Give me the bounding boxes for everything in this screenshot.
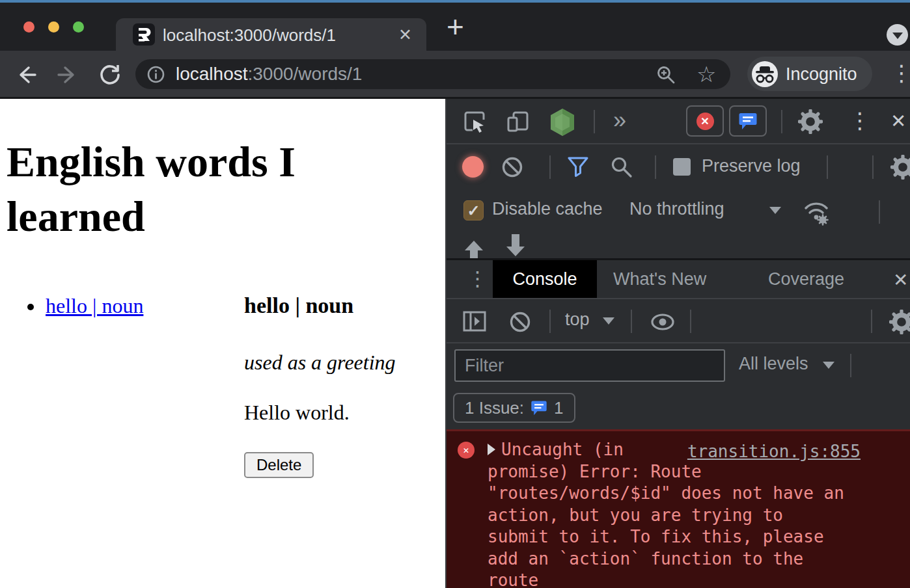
error-text[interactable]: Uncaught (in promise) Error: Route "rout…: [488, 439, 865, 588]
error-icon: ✕: [458, 442, 475, 459]
tab-search-button[interactable]: [887, 24, 908, 46]
drawer-menu-icon[interactable]: ⋮: [467, 268, 488, 290]
divider: [781, 110, 782, 133]
error-line: route: [488, 570, 865, 588]
network-toolbar: Preserve log: [447, 144, 910, 190]
tab-strip: localhost:3000/words/1 ✕ +: [0, 3, 910, 51]
new-tab-button[interactable]: +: [447, 13, 464, 40]
word-link[interactable]: hello | noun: [46, 294, 143, 317]
drawer-close-icon[interactable]: ✕: [893, 269, 908, 291]
browser-menu-icon[interactable]: ⋮: [890, 62, 910, 84]
url-path: :3000/words/1: [248, 64, 363, 84]
divider: [879, 200, 880, 224]
network-conditions-row: ✓ Disable cache No throttling: [447, 190, 910, 234]
devtools-close-icon[interactable]: ✕: [890, 110, 906, 132]
network-settings-gear-icon[interactable]: [890, 155, 910, 180]
chevron-down-icon: [892, 33, 903, 39]
filter-funnel-icon[interactable]: [566, 156, 590, 178]
issues-badge[interactable]: [729, 105, 767, 137]
clear-console-icon[interactable]: [509, 311, 531, 333]
forward-icon[interactable]: [56, 63, 79, 87]
issues-label: 1 Issue:: [465, 398, 524, 418]
divider: [690, 310, 691, 333]
preserve-log-checkbox[interactable]: [673, 158, 691, 176]
network-conditions-icon[interactable]: [802, 198, 831, 226]
tab-whats-new[interactable]: What's New: [613, 269, 706, 289]
divider: [631, 310, 632, 333]
address-bar[interactable]: localhost:3000/words/1 ☆: [135, 59, 730, 89]
url-text: localhost:3000/words/1: [176, 64, 362, 85]
record-icon[interactable]: [462, 156, 484, 178]
search-icon[interactable]: [611, 156, 633, 178]
delete-button[interactable]: Delete: [244, 452, 314, 478]
console-settings-gear-icon[interactable]: [889, 310, 910, 334]
console-filter-row: All levels: [447, 343, 910, 388]
error-line: action, but you are trying to: [488, 505, 865, 527]
remix-logo-icon: [133, 23, 155, 46]
expand-triangle-icon[interactable]: [488, 444, 495, 455]
more-tabs-icon[interactable]: »: [613, 107, 626, 134]
error-line: promise) Error: Route: [488, 461, 865, 483]
traffic-light-close[interactable]: [23, 21, 34, 33]
divider: [850, 354, 851, 377]
import-har-icon[interactable]: [462, 239, 486, 258]
error-badge-icon: ✕: [696, 113, 714, 130]
error-line: add an `action` function to the: [488, 548, 865, 570]
console-toolbar: top: [447, 299, 910, 343]
zoom-icon[interactable]: [656, 65, 676, 85]
throttling-select[interactable]: No throttling: [629, 199, 724, 219]
context-selector[interactable]: top: [565, 310, 590, 330]
levels-dropdown-icon[interactable]: [823, 362, 834, 369]
tab-close-icon[interactable]: ✕: [398, 25, 412, 44]
clear-icon[interactable]: [501, 156, 523, 178]
list-item: hello | noun: [44, 294, 143, 318]
tab-console[interactable]: Console: [493, 260, 597, 298]
inspect-icon[interactable]: [463, 110, 487, 133]
export-har-icon[interactable]: [504, 234, 527, 258]
traffic-light-zoom[interactable]: [73, 21, 84, 33]
browser-toolbar: localhost:3000/words/1 ☆ Incognito ⋮: [0, 51, 910, 99]
page-title: English words I learned: [7, 135, 410, 244]
word-list: hello | noun: [44, 294, 143, 318]
divider: [871, 310, 872, 333]
issues-chat-icon: [531, 399, 547, 416]
settings-gear-icon[interactable]: [798, 109, 823, 134]
bookmark-star-icon[interactable]: ☆: [696, 61, 716, 87]
console-error-message: ✕ transition.js:855 Uncaught (in promise…: [447, 429, 910, 588]
issues-counter[interactable]: 1 Issue: 1: [453, 393, 575, 423]
error-count-badge[interactable]: ✕: [686, 105, 724, 137]
browser-tab[interactable]: localhost:3000/words/1 ✕: [116, 18, 426, 51]
devtools-main-toolbar: » ✕: [447, 99, 910, 144]
back-icon[interactable]: [14, 63, 38, 87]
preserve-log-label[interactable]: Preserve log: [702, 156, 801, 176]
word-example: Hello world.: [244, 401, 350, 425]
console-issue-row: 1 Issue: 1: [447, 388, 910, 429]
disable-cache-checkbox[interactable]: ✓: [463, 200, 484, 220]
divider: [872, 155, 874, 179]
console-filter-input[interactable]: [454, 349, 725, 382]
tab-console-label: Console: [512, 269, 577, 289]
reload-icon[interactable]: [98, 62, 122, 87]
url-host: localhost: [176, 64, 248, 84]
log-levels-select[interactable]: All levels: [739, 354, 808, 374]
site-info-icon[interactable]: [147, 66, 165, 83]
divider: [655, 155, 656, 179]
disable-cache-label[interactable]: Disable cache: [492, 199, 603, 219]
throttling-dropdown-icon[interactable]: [769, 207, 781, 214]
console-sidebar-icon[interactable]: [462, 309, 487, 334]
error-line: "routes/words/$id" does not have an: [488, 483, 865, 505]
drawer-tab-bar: ⋮ Console What's New Coverage ✕: [447, 258, 910, 299]
traffic-light-minimize[interactable]: [48, 21, 59, 33]
tab-title: localhost:3000/words/1: [163, 25, 336, 46]
tab-coverage[interactable]: Coverage: [768, 269, 844, 289]
devtools-panel: » ✕: [445, 99, 910, 588]
live-expression-eye-icon[interactable]: [650, 311, 676, 333]
device-toolbar-icon[interactable]: [506, 110, 530, 133]
word-definition: used as a greeting: [244, 351, 396, 375]
incognito-label: Incognito: [786, 64, 857, 85]
window-content: English words I learned hello | noun hel…: [0, 99, 910, 588]
web-page: English words I learned hello | noun hel…: [0, 99, 445, 588]
context-dropdown-icon[interactable]: [603, 317, 614, 325]
divider: [594, 110, 595, 133]
devtools-menu-icon[interactable]: ⋮: [849, 109, 871, 131]
